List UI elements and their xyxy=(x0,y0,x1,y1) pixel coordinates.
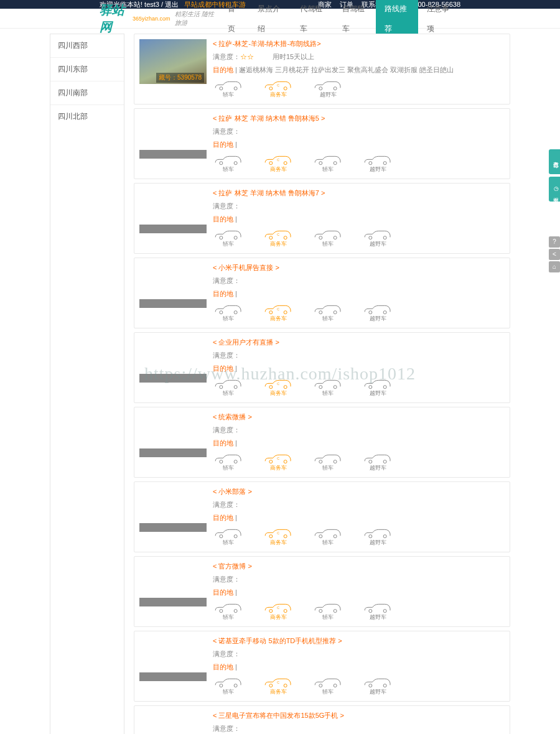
car-type-suv[interactable]: 越野车 xyxy=(312,80,343,99)
svg-point-50 xyxy=(369,460,372,463)
car-type-suv[interactable]: 越野车 xyxy=(362,453,393,472)
route-title[interactable]: < 官方微博 > xyxy=(213,562,505,571)
destination-row: 目的地 | xyxy=(213,140,505,149)
car-type-sedan2[interactable]: 轿车 xyxy=(312,378,343,397)
svg-point-77 xyxy=(369,684,372,687)
car-type-suv[interactable]: 越野车 xyxy=(362,602,393,621)
car-type-sedan[interactable]: 轿车 xyxy=(213,154,244,174)
car-type-bus[interactable]: C商务车 xyxy=(263,378,294,397)
route-card[interactable]: 热门< 拉萨 林芝 羊湖 纳木错 鲁朗林海7 >满意度：目的地 |轿车C商务车轿… xyxy=(134,183,510,254)
route-title[interactable]: < 三星电子宣布将在中国发布15款5G手机 > xyxy=(213,711,505,720)
car-type-bus[interactable]: C商务车 xyxy=(263,229,294,248)
satisfaction-row: 满意度： xyxy=(213,425,505,435)
route-title[interactable]: < 拉萨 林芝 羊湖 纳木错 鲁朗林海7 > xyxy=(213,188,505,198)
satisfaction-row: 满意度： xyxy=(213,649,505,659)
nav-item[interactable]: 代驾租车 xyxy=(291,0,334,39)
car-type-suv[interactable]: 越野车 xyxy=(362,154,393,174)
route-title[interactable]: < 小米手机屏告直接 > xyxy=(213,263,505,272)
float-service[interactable]: ◷ 客服 xyxy=(549,177,560,202)
svg-point-2 xyxy=(269,87,273,90)
car-type-sedan2[interactable]: 轿车 xyxy=(312,304,343,323)
help-icon[interactable]: ? xyxy=(549,236,560,248)
svg-point-68 xyxy=(369,610,372,613)
svg-point-8 xyxy=(234,162,237,165)
route-card[interactable]: 热门< 企业用户才有直播 >满意度：目的地 |轿车C商务车轿车越野车 xyxy=(134,332,510,403)
route-info: < 拉萨 林芝 羊湖 纳木错 鲁朗林海5 >满意度：目的地 |轿车C商务车轿车越… xyxy=(213,114,505,174)
logo-tagline: 精彩生活 随性旅游 xyxy=(175,10,218,27)
svg-point-73 xyxy=(284,684,287,687)
car-type-bus[interactable]: C商务车 xyxy=(263,304,294,323)
car-type-suv[interactable]: 越野车 xyxy=(362,527,393,547)
sidebar-item[interactable]: 四川北部 xyxy=(50,105,124,128)
share-icon[interactable]: < xyxy=(549,249,560,260)
svg-point-25 xyxy=(220,311,223,314)
car-type-sedan[interactable]: 轿车 xyxy=(213,677,244,696)
car-type-bus[interactable]: C商务车 xyxy=(263,602,294,621)
svg-point-55 xyxy=(284,535,287,538)
car-type-bus[interactable]: C商务车 xyxy=(263,453,294,472)
car-type-sedan2[interactable]: 轿车 xyxy=(312,602,343,621)
sidebar-item[interactable]: 四川南部 xyxy=(50,81,124,105)
svg-point-14 xyxy=(369,162,372,165)
car-type-sedan2[interactable]: 轿车 xyxy=(312,527,343,547)
route-card[interactable]: 藏号：5390578< 拉萨-林芝-羊湖-纳木措-布朗线路>满意度：☆☆用时15… xyxy=(134,34,510,105)
logo[interactable]: 驿站网 365yizhan.com 精彩生活 随性旅游 xyxy=(100,2,219,35)
car-type-sedan[interactable]: 轿车 xyxy=(213,602,244,621)
route-card[interactable]: 热门< 三星电子宣布将在中国发布15款5G手机 >满意度：目的地 |轿车C商务车… xyxy=(134,705,510,734)
nav-item[interactable]: 路线推荐 xyxy=(376,0,418,39)
sidebar-item[interactable]: 四川东部 xyxy=(50,58,124,81)
car-type-bus[interactable]: C商务车 xyxy=(263,677,294,696)
route-title[interactable]: < 小米部落 > xyxy=(213,487,505,496)
car-type-suv[interactable]: 越野车 xyxy=(362,304,393,323)
car-type-bus[interactable]: C商务车 xyxy=(263,154,294,174)
car-type-sedan[interactable]: 轿车 xyxy=(213,229,244,248)
route-card[interactable]: 热门< 小米手机屏告直接 >满意度：目的地 |轿车C商务车轿车越野车 xyxy=(134,258,510,328)
route-card[interactable]: 热门< 拉萨 林芝 羊湖 纳木错 鲁朗林海5 >满意度：目的地 |轿车C商务车轿… xyxy=(134,108,510,179)
route-title[interactable]: < 统索微播 > xyxy=(213,412,505,422)
satisfaction-row: 满意度： xyxy=(213,202,505,211)
route-card[interactable]: 热门< 统索微播 >满意度：目的地 |轿车C商务车轿车越野车 xyxy=(134,407,510,478)
float-orders[interactable]: 已订单 ▸ xyxy=(549,149,560,174)
car-type-bus[interactable]: C商务车 xyxy=(263,527,294,547)
svg-point-15 xyxy=(383,162,386,165)
car-type-sedan2[interactable]: 轿车 xyxy=(312,677,343,696)
route-title[interactable]: < 企业用户才有直播 > xyxy=(213,338,505,347)
route-card[interactable]: 热门< 官方微博 >满意度：目的地 |轿车C商务车轿车越野车 xyxy=(134,556,510,627)
nav-item[interactable]: 自驾租车 xyxy=(334,0,376,39)
nav-item[interactable]: 首页 xyxy=(219,0,249,39)
route-info: < 小米部落 >满意度：目的地 |轿车C商务车轿车越野车 xyxy=(213,487,505,547)
svg-text:C: C xyxy=(277,233,279,236)
route-list: 藏号：5390578< 拉萨-林芝-羊湖-纳木措-布朗线路>满意度：☆☆用时15… xyxy=(134,34,510,734)
route-title[interactable]: < 诺基亚牵手移动 5款的TD手机机型推荐 > xyxy=(213,636,505,646)
route-title[interactable]: < 拉萨 林芝 羊湖 纳木错 鲁朗林海5 > xyxy=(213,114,505,123)
route-title[interactable]: < 拉萨-林芝-羊湖-纳木措-布朗线路> xyxy=(213,39,505,49)
car-type-sedan[interactable]: 轿车 xyxy=(213,80,244,99)
car-type-sedan2[interactable]: 轿车 xyxy=(312,229,343,248)
car-type-sedan[interactable]: 轿车 xyxy=(213,453,244,472)
car-type-sedan[interactable]: 轿车 xyxy=(213,527,244,547)
route-card[interactable]: 热门< 小米部落 >满意度：目的地 |轿车C商务车轿车越野车 xyxy=(134,481,510,552)
car-type-suv[interactable]: 越野车 xyxy=(362,677,393,696)
car-type-sedan2[interactable]: 轿车 xyxy=(312,453,343,472)
car-type-suv[interactable]: 越野车 xyxy=(362,229,393,248)
nav-item[interactable]: 景点介绍 xyxy=(249,0,291,39)
svg-point-53 xyxy=(234,535,237,538)
car-type-sedan[interactable]: 轿车 xyxy=(213,378,244,397)
car-type-bus[interactable]: C商务车 xyxy=(263,80,294,99)
svg-point-18 xyxy=(269,236,273,239)
sidebar-item[interactable]: 四川西部 xyxy=(50,34,124,58)
top-icon[interactable]: ⌂ xyxy=(549,261,560,272)
svg-point-27 xyxy=(269,311,273,314)
route-thumb: 热门 xyxy=(139,114,207,159)
car-type-sedan2[interactable]: 轿车 xyxy=(312,154,343,174)
destination-row: 目的地 | xyxy=(213,662,505,672)
nav-item[interactable]: 注意事项 xyxy=(418,0,460,39)
route-info: < 三星电子宣布将在中国发布15款5G手机 >满意度：目的地 |轿车C商务车轿车… xyxy=(213,711,505,734)
svg-point-76 xyxy=(334,684,337,687)
car-type-suv[interactable]: 越野车 xyxy=(362,378,393,397)
svg-point-3 xyxy=(284,87,287,90)
svg-point-58 xyxy=(334,535,337,538)
route-card[interactable]: 热门< 诺基亚牵手移动 5款的TD手机机型推荐 >满意度：目的地 |轿车C商务车… xyxy=(134,631,510,702)
route-info: < 官方微博 >满意度：目的地 |轿车C商务车轿车越野车 xyxy=(213,562,505,621)
car-type-sedan[interactable]: 轿车 xyxy=(213,304,244,323)
